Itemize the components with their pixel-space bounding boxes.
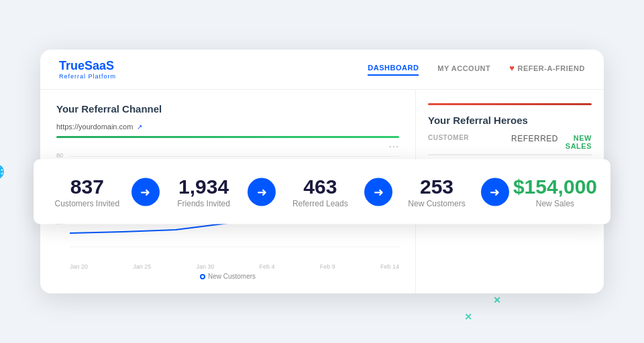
stat-friends-invited: 1,934 Friends Invited <box>164 176 244 208</box>
stat-label-new-customers: New Customers <box>408 199 465 208</box>
url-bar: https://yourdomain.com ↗ <box>56 123 399 131</box>
x-labels: Jan 20 Jan 25 Jan 30 Feb 4 Feb 9 Feb 14 <box>70 263 399 270</box>
stat-number-customers-invited: 837 <box>70 176 104 198</box>
deco-x-4: ✕ <box>493 295 501 305</box>
col-header-referred: REFERRED <box>511 134 548 150</box>
arrow-btn-3[interactable]: ➜ <box>364 178 392 206</box>
x-label-jan20: Jan 20 <box>70 263 88 270</box>
right-panel-title: Your Referral Heroes <box>428 115 592 126</box>
x-label-feb9: Feb 9 <box>320 263 335 270</box>
arrow-btn-4[interactable]: ➜ <box>481 178 509 206</box>
legend-dot <box>200 274 205 279</box>
stat-number-new-sales: $154,000 <box>513 176 597 198</box>
stat-number-friends-invited: 1,934 <box>178 176 229 198</box>
chart-top-bar <box>56 136 399 138</box>
main-card: TrueSaaS Referral Platform DASHBOARD MY … <box>40 50 604 293</box>
x-label-feb4: Feb 4 <box>260 263 275 270</box>
stat-new-sales: $154,000 New Sales <box>513 176 597 208</box>
globe-icon: 🌐 <box>0 163 5 180</box>
x-label-feb14: Feb 14 <box>380 263 399 270</box>
stat-new-customers: 253 New Customers <box>396 176 477 208</box>
y-label-80: 80 <box>56 152 63 159</box>
stat-customers-invited: 837 Customers Invited <box>47 176 127 208</box>
nav-refer-friend[interactable]: ♥ REFER-A-FRIEND <box>509 63 585 76</box>
stats-banner: 837 Customers Invited ➜ 1,934 Friends In… <box>34 159 610 224</box>
arrow-btn-2[interactable]: ➜ <box>248 178 276 206</box>
stat-referred-leads: 463 Referred Leads <box>280 176 360 208</box>
nav-my-account[interactable]: MY ACCOUNT <box>437 64 490 75</box>
nav-items: DASHBOARD MY ACCOUNT ♥ REFER-A-FRIEND <box>368 63 585 76</box>
deco-x-6: ✕ <box>464 312 472 322</box>
heroes-header: CUSTOMER REFERRED NEW SALES <box>428 134 592 155</box>
chart-legend: New Customers <box>56 273 399 280</box>
right-top-bar <box>428 103 592 105</box>
x-label-jan25: Jan 25 <box>133 263 151 270</box>
left-panel-title: Your Referral Channel <box>56 103 399 115</box>
heart-icon: ♥ <box>509 63 515 73</box>
external-link-icon[interactable]: ↗ <box>137 123 142 131</box>
col-header-sales: NEW SALES <box>548 134 592 150</box>
content-area: Your Referral Channel https://yourdomain… <box>40 90 604 293</box>
logo: TrueSaaS Referral Platform <box>59 59 116 80</box>
stat-label-referred-leads: Referred Leads <box>292 199 348 208</box>
nav-bar: TrueSaaS Referral Platform DASHBOARD MY … <box>40 50 604 90</box>
stat-number-new-customers: 253 <box>420 176 453 198</box>
stat-label-friends-invited: Friends Invited <box>177 199 230 208</box>
col-header-customer: CUSTOMER <box>428 134 511 150</box>
nav-dashboard[interactable]: DASHBOARD <box>368 64 419 76</box>
x-label-jan30: Jan 30 <box>196 263 214 270</box>
arrow-btn-1[interactable]: ➜ <box>131 178 160 206</box>
grid-line-bottom <box>70 247 399 247</box>
stat-number-referred-leads: 463 <box>303 176 337 198</box>
stat-label-new-sales: New Sales <box>536 199 574 208</box>
stat-label-customers-invited: Customers Invited <box>55 199 120 208</box>
